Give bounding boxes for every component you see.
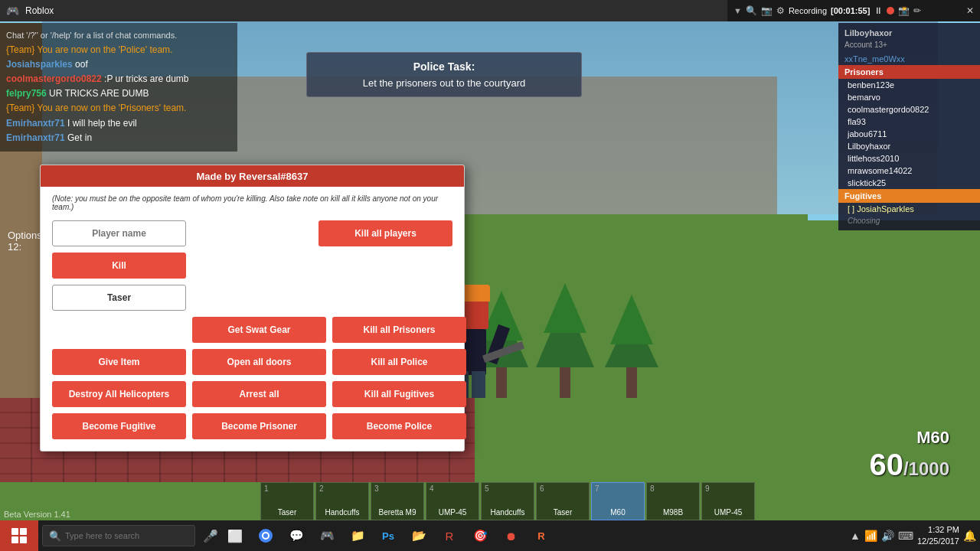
hack-panel-note: (Note: you must be on the opposite team …	[52, 194, 452, 211]
weapon-slot-3[interactable]: 3 Beretta M9	[371, 482, 424, 520]
settings-icon[interactable]: ⚙	[776, 5, 785, 16]
timer-label: 12:	[8, 241, 21, 253]
chat-line-1: Josiahsparkles oof	[6, 57, 231, 72]
notification-icon[interactable]: 🔔	[963, 530, 976, 542]
taskbar-search[interactable]: 🔍	[42, 525, 195, 546]
kill-all-police-button[interactable]: Kill all Police	[332, 349, 466, 375]
player-name-input[interactable]	[52, 220, 186, 246]
player-slicktick25: slicktick25	[838, 177, 980, 189]
become-prisoner-button[interactable]: Become Prisoner	[192, 413, 326, 439]
player-benben123e: benben123e	[838, 79, 980, 91]
player-list: Lilboyhaxor Account 13+ xxTne_me0Wxx Pri…	[838, 23, 980, 230]
search-input[interactable]	[65, 531, 180, 540]
taskbar-time[interactable]: 1:32 PM 12/25/2017	[917, 524, 959, 548]
player-littlehoss: littlehoss2010	[838, 152, 980, 165]
taskbar-icons: 🎤 ⬜ 💬 🎮 📁 Ps 📂 R 🎯	[203, 520, 555, 551]
destroy-helicopters-button[interactable]: Destroy All Helicopters	[52, 381, 186, 407]
chat-line-2: coolmastergordo0822 :P ur tricks are dum…	[6, 72, 231, 86]
taskbar-right: ▲ 📶 🔊 ⌨ 1:32 PM 12/25/2017 🔔	[850, 524, 980, 548]
open-all-doors-button[interactable]: Open all doors	[192, 349, 326, 375]
weapon-name: M60	[869, 428, 949, 448]
weapon-ammo: 60/1000	[869, 448, 949, 482]
taskbar-record-icon[interactable]: ⏺	[497, 520, 524, 551]
recording-bar: ▼ 🔍 📷 ⚙ Recording [00:01:55] ⏸ 📸 ✏ ✕	[727, 0, 980, 21]
weapon-slot-9[interactable]: 9 UMP-45	[701, 482, 755, 520]
rec-label: Recording	[789, 6, 827, 15]
player-fla93: fla93	[838, 116, 980, 128]
rec-close-icon[interactable]: ✕	[966, 5, 974, 16]
camera-snap-icon[interactable]: 📸	[898, 5, 910, 16]
volume-icon[interactable]: 🔊	[881, 530, 894, 542]
choosing-label: Choosing	[838, 215, 980, 227]
player-mrawsome: mrawsome14022	[838, 165, 980, 177]
chat-line-3: felpry756 UR TRICKS ARE DUMB	[6, 86, 231, 101]
player-bemarvo: bemarvo	[838, 91, 980, 103]
kill-button[interactable]: Kill	[52, 253, 186, 279]
taskbar-cortana-icon[interactable]: ⬜	[221, 520, 249, 551]
arrest-all-button[interactable]: Arrest all	[192, 381, 326, 407]
police-task-box: Police Task: Let the prisoners out to th…	[306, 52, 582, 97]
weapon-slot-6[interactable]: 6 Taser	[536, 482, 590, 520]
weapon-slot-5[interactable]: 5 Handcuffs	[481, 482, 534, 520]
taskbar-files-icon[interactable]: 📂	[405, 520, 433, 551]
network-icon[interactable]: 📶	[864, 530, 877, 542]
hack-panel-title: Made by Reversal#8637	[197, 171, 309, 182]
taskbar-r-icon[interactable]: R	[528, 520, 555, 551]
windows-logo	[11, 528, 27, 543]
tray-arrow-icon[interactable]: ▲	[850, 530, 861, 542]
get-swat-gear-button[interactable]: Get Swat Gear	[192, 317, 326, 343]
taskbar-chrome-icon[interactable]	[252, 520, 279, 551]
taskbar-folder-icon[interactable]: 📁	[344, 520, 371, 551]
task-description: Let the prisoners out to the courtyard	[322, 77, 566, 89]
chat-line-team2: {Team} You are now on the 'Prisoners' te…	[6, 101, 231, 116]
player-coolmaster: coolmastergordo0822	[838, 103, 980, 116]
taskbar-roblox-icon[interactable]: R	[436, 520, 463, 551]
prisoners-header: Prisoners	[838, 65, 980, 79]
give-item-button[interactable]: Give Item	[52, 349, 186, 375]
mic-taskbar-icon[interactable]: 🎤	[203, 529, 218, 543]
beta-version: Beta Version 1.41	[4, 510, 70, 519]
kill-all-prisoners-button[interactable]: Kill all Prisoners	[332, 317, 466, 343]
taskbar-photoshop-icon[interactable]: Ps	[374, 520, 402, 551]
start-button[interactable]	[0, 520, 38, 551]
chat-line-4: Emirhanxtr71 I will help the evil	[6, 116, 231, 131]
taskbar-game-icon2[interactable]: 🎯	[466, 520, 494, 551]
taser-button[interactable]: Taser	[52, 285, 186, 311]
become-police-button[interactable]: Become Police	[332, 413, 466, 439]
svg-point-2	[263, 533, 268, 538]
chat-line-5: Emirhanxtr71 Get in	[6, 131, 231, 145]
rec-timer: [00:01:55]	[831, 6, 870, 15]
weapon-hud: M60 60/1000	[869, 428, 949, 482]
taskbar-discord-icon[interactable]: 💬	[283, 520, 310, 551]
task-title: Police Task:	[322, 60, 566, 73]
taskbar-steam-icon[interactable]: 🎮	[313, 520, 341, 551]
chat-line-team1: {Team} You are now on the 'Police' team.	[6, 43, 231, 57]
player-lilboyhaxor: Lilboyhaxor	[838, 140, 980, 152]
rec-dot	[887, 7, 894, 15]
player-username: Lilboyhaxor	[838, 27, 980, 39]
account-label: Account 13+	[838, 39, 980, 53]
pause-icon[interactable]: ⏸	[874, 5, 883, 16]
app-icon: 🎮	[6, 5, 19, 17]
become-fugitive-button[interactable]: Become Fugitive	[52, 413, 186, 439]
weapon-slots: 1 Taser 2 Handcuffs 3 Beretta M9 4 UMP-4…	[260, 482, 755, 520]
hack-panel-header: Made by Reversal#8637	[41, 165, 464, 187]
fugitives-header: Fugitives	[838, 189, 980, 203]
system-tray: ▲ 📶 🔊 ⌨	[850, 530, 913, 542]
taskbar: 🔍 🎤 ⬜ 💬 🎮 📁 Ps 📂	[0, 520, 980, 551]
hack-panel: Made by Reversal#8637 (Note: you must be…	[40, 165, 465, 452]
weapon-slot-2[interactable]: 2 Handcuffs	[315, 482, 369, 520]
kill-all-players-button[interactable]: Kill all players	[318, 220, 452, 246]
weapon-slot-8[interactable]: 8 M98B	[646, 482, 700, 520]
keyboard-icon[interactable]: ⌨	[898, 530, 913, 542]
player-josiahsparkles: [ ] JosiahSparkles	[838, 203, 980, 215]
weapon-slot-4[interactable]: 4 UMP-45	[426, 482, 479, 520]
weapon-slot-7-active[interactable]: 7 M60	[591, 482, 645, 520]
kill-all-fugitives-button[interactable]: Kill all Fugitives	[332, 381, 466, 407]
search-rec-icon[interactable]: 🔍	[746, 5, 757, 16]
edit-icon[interactable]: ✏	[913, 5, 921, 16]
weapon-slot-1[interactable]: 1 Taser	[260, 482, 314, 520]
search-icon: 🔍	[49, 530, 61, 542]
window-title: Roblox	[25, 5, 54, 16]
webcam-icon[interactable]: 📷	[761, 5, 773, 16]
